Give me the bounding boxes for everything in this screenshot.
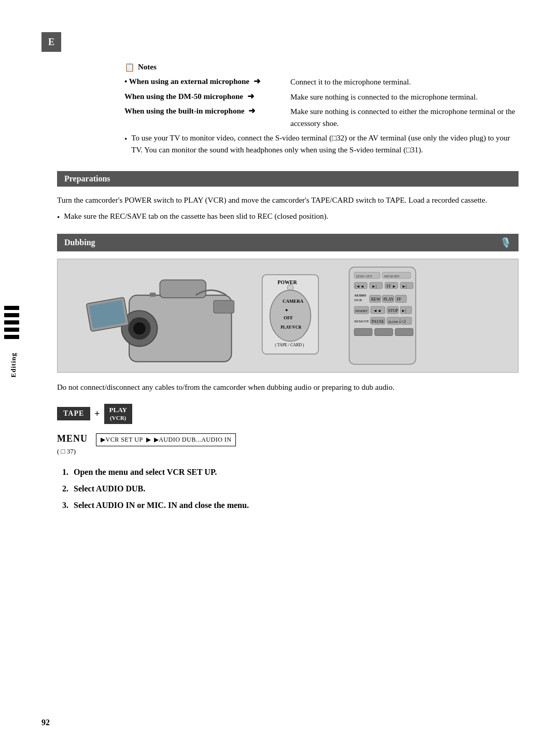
svg-text:●: ● xyxy=(285,307,288,313)
step-3-text: Select AUDIO IN or MIC. IN and close the… xyxy=(74,499,249,512)
preparations-body: Turn the camcorder's POWER switch to PLA… xyxy=(57,194,519,223)
svg-text:FF ►: FF ► xyxy=(386,284,396,288)
preparations-title: Preparations xyxy=(64,174,110,184)
svg-text:INSERT: INSERT xyxy=(355,309,368,313)
remote-control-group: ZERO SET MEMORY |◄◄ ►| FF ► ►| AUDIO DUB… xyxy=(349,267,415,364)
notes-title-text: Notes xyxy=(138,63,157,72)
menu-section: MENU ( □ 37) ▶VCR SET UP ▶ ▶AUDIO DUB...… xyxy=(57,433,519,456)
notes-section: 📋 Notes • When using an external microph… xyxy=(124,62,519,156)
play-button: PLAY (VCR) xyxy=(104,404,132,424)
step-1: 1. Open the menu and select VCR SET UP. xyxy=(62,466,519,478)
bullet-dot-1: • xyxy=(124,77,127,86)
page-container: E 📋 Notes • When using an external micro… xyxy=(0,0,560,748)
button-combo: TAPE + PLAY (VCR) xyxy=(57,404,519,424)
svg-text:POWER: POWER xyxy=(277,279,297,285)
svg-text:OFF: OFF xyxy=(284,315,293,320)
step-2-num: 2. xyxy=(62,483,68,495)
preparations-bullet: • Make sure the REC/SAVE tab on the cass… xyxy=(57,210,519,223)
step-3: 3. Select AUDIO IN or MIC. IN and close … xyxy=(62,499,519,512)
svg-text:|◄◄: |◄◄ xyxy=(355,284,364,288)
dubbing-title: Dubbing xyxy=(64,238,95,247)
svg-rect-58 xyxy=(395,328,413,335)
preparations-bullet-dot: • xyxy=(57,211,60,223)
svg-point-13 xyxy=(287,284,293,290)
svg-rect-20 xyxy=(349,267,415,364)
step-2-text: Select AUDIO DUB. xyxy=(74,483,145,495)
preparations-text-1: Turn the camcorder's POWER switch to PLA… xyxy=(57,194,519,206)
notes-item-2-text: Make sure nothing is connected to the mi… xyxy=(290,91,519,103)
dubbing-caption: Do not connect/disconnect any cables to/… xyxy=(57,381,519,393)
notes-item-3-text: Make sure nothing is connected to either… xyxy=(290,106,519,129)
svg-text:AUDIO: AUDIO xyxy=(354,293,367,297)
svg-text:REW: REW xyxy=(371,297,381,302)
menu-flow-arrow: ▶ xyxy=(146,436,151,444)
e-box: E xyxy=(41,32,61,52)
notes-item-2-label: When using the DM-50 microphone ➜ xyxy=(124,91,290,101)
play-label: PLAY xyxy=(109,406,127,415)
svg-text:PAUSE: PAUSE xyxy=(372,319,384,323)
numbered-list: 1. Open the menu and select VCR SET UP. … xyxy=(62,466,519,512)
dubbing-section: Dubbing 🎙️ xyxy=(57,234,519,512)
page-number: 92 xyxy=(41,718,50,727)
notes-item-1-label: • When using an external microphone ➜ xyxy=(124,76,290,86)
svg-point-3 xyxy=(133,322,146,334)
camcorder-body-group xyxy=(86,279,234,361)
svg-text:( TAPE / CARD ): ( TAPE / CARD ) xyxy=(275,343,304,347)
dubbing-icon: 🎙️ xyxy=(500,237,511,248)
notes-bullet-text: To use your TV to monitor video, connect… xyxy=(131,132,519,156)
bullet-dot-main: • xyxy=(124,133,127,156)
svg-text:◄◄: ◄◄ xyxy=(373,308,382,313)
tape-button: TAPE xyxy=(57,407,90,420)
svg-text:►|: ►| xyxy=(402,284,407,288)
svg-text:PLAY/VCR: PLAY/VCR xyxy=(281,324,301,329)
menu-step-1: ▶VCR SET UP xyxy=(101,436,143,444)
notes-item-3-label: When using the built-in microphone ➜ xyxy=(124,106,290,116)
svg-text:►|: ►| xyxy=(372,284,376,288)
dubbing-image: POWER CAMERA ● OFF PLAY/VCR ( TAPE / CAR… xyxy=(57,259,519,373)
dubbing-header: Dubbing 🎙️ xyxy=(57,234,519,251)
step-1-text: Open the menu and select VCR SET UP. xyxy=(74,466,217,478)
plus-sign: + xyxy=(94,408,100,419)
svg-text:STOP: STOP xyxy=(388,308,398,313)
svg-rect-7 xyxy=(150,292,156,297)
notes-item-3: When using the built-in microphone ➜ Mak… xyxy=(124,106,519,129)
camcorder-svg: POWER CAMERA ● OFF PLAY/VCR ( TAPE / CAR… xyxy=(58,259,518,372)
svg-text:ZERO SET: ZERO SET xyxy=(356,274,373,278)
menu-flow: ▶VCR SET UP ▶ ▶AUDIO DUB...AUDIO IN xyxy=(96,433,236,446)
notes-bullet: • To use your TV to monitor video, conne… xyxy=(124,132,519,156)
svg-text:DUB.: DUB. xyxy=(354,298,363,302)
step-3-num: 3. xyxy=(62,499,68,512)
preparations-section: Preparations Turn the camcorder's POWER … xyxy=(57,171,519,223)
svg-rect-6 xyxy=(214,300,234,313)
notes-item-1-text: Connect it to the microphone terminal. xyxy=(290,76,519,88)
step-1-num: 1. xyxy=(62,466,68,478)
step-2: 2. Select AUDIO DUB. xyxy=(62,483,519,495)
svg-rect-56 xyxy=(354,328,372,335)
svg-text:×2: ×2 xyxy=(401,319,405,323)
notes-item-2: When using the DM-50 microphone ➜ Make s… xyxy=(124,91,519,103)
dubbing-caption-text: Do not connect/disconnect any cables to/… xyxy=(57,381,519,393)
vcr-label: (VCR) xyxy=(109,414,127,421)
preparations-header: Preparations xyxy=(57,171,519,187)
notes-title: 📋 Notes xyxy=(124,62,519,72)
menu-row: MENU ( □ 37) xyxy=(57,433,91,456)
svg-text:FF: FF xyxy=(397,297,401,302)
svg-text:MEMORY: MEMORY xyxy=(384,274,400,278)
notes-icon: 📋 xyxy=(124,62,135,72)
svg-text:PLAY: PLAY xyxy=(384,297,394,302)
preparations-bullet-text: Make sure the REC/SAVE tab on the casset… xyxy=(64,210,328,223)
menu-step-2: ▶AUDIO DUB...AUDIO IN xyxy=(154,436,232,444)
svg-rect-57 xyxy=(375,328,393,335)
svg-text:CAMERA: CAMERA xyxy=(283,299,304,304)
notes-item-1: • When using an external microphone ➜ Co… xyxy=(124,76,519,88)
menu-ref: ( □ 37) xyxy=(57,447,91,456)
svg-rect-10 xyxy=(160,279,206,298)
power-switch-group: POWER CAMERA ● OFF PLAY/VCR ( TAPE / CAR… xyxy=(262,275,319,354)
svg-text:►|: ►| xyxy=(401,308,406,313)
menu-label: MENU xyxy=(57,433,91,444)
